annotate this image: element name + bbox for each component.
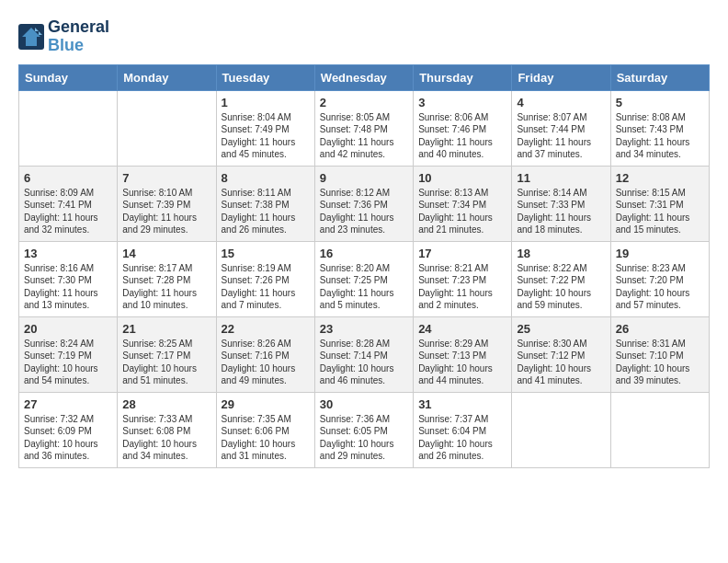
day-number: 20 <box>24 322 112 336</box>
logo-icon <box>18 24 44 50</box>
calendar-cell: 14Sunrise: 8:17 AM Sunset: 7:28 PM Dayli… <box>118 241 216 316</box>
day-number: 11 <box>517 171 605 185</box>
day-number: 30 <box>320 397 408 411</box>
cell-content: Sunrise: 8:21 AM Sunset: 7:23 PM Dayligh… <box>418 262 506 312</box>
week-row-5: 27Sunrise: 7:32 AM Sunset: 6:09 PM Dayli… <box>19 392 710 467</box>
day-number: 21 <box>122 322 210 336</box>
day-number: 4 <box>517 96 605 109</box>
day-number: 27 <box>24 397 112 411</box>
logo-text: General Blue <box>48 18 109 55</box>
day-number: 26 <box>616 322 704 336</box>
calendar-cell: 30Sunrise: 7:36 AM Sunset: 6:05 PM Dayli… <box>314 392 413 467</box>
cell-content: Sunrise: 7:33 AM Sunset: 6:08 PM Dayligh… <box>122 413 210 463</box>
cell-content: Sunrise: 8:19 AM Sunset: 7:26 PM Dayligh… <box>222 262 310 312</box>
calendar-cell <box>610 392 709 467</box>
cell-content: Sunrise: 8:08 AM Sunset: 7:43 PM Dayligh… <box>616 111 704 161</box>
logo: General Blue <box>18 18 109 55</box>
calendar-cell: 20Sunrise: 8:24 AM Sunset: 7:19 PM Dayli… <box>19 316 118 392</box>
calendar-cell: 17Sunrise: 8:21 AM Sunset: 7:23 PM Dayli… <box>414 241 512 316</box>
calendar-cell: 16Sunrise: 8:20 AM Sunset: 7:25 PM Dayli… <box>314 241 413 316</box>
cell-content: Sunrise: 8:06 AM Sunset: 7:46 PM Dayligh… <box>418 111 506 161</box>
cell-content: Sunrise: 8:28 AM Sunset: 7:14 PM Dayligh… <box>320 338 408 387</box>
calendar-cell: 2Sunrise: 8:05 AM Sunset: 7:48 PM Daylig… <box>314 90 413 166</box>
cell-content: Sunrise: 8:25 AM Sunset: 7:17 PM Dayligh… <box>122 338 210 387</box>
calendar-cell: 10Sunrise: 8:13 AM Sunset: 7:34 PM Dayli… <box>414 166 512 241</box>
header-cell-friday: Friday <box>512 64 610 90</box>
day-number: 3 <box>418 96 506 109</box>
day-number: 12 <box>616 171 704 185</box>
calendar-cell: 4Sunrise: 8:07 AM Sunset: 7:44 PM Daylig… <box>512 90 610 166</box>
day-number: 19 <box>616 247 704 260</box>
day-number: 16 <box>320 247 408 260</box>
cell-content: Sunrise: 8:05 AM Sunset: 7:48 PM Dayligh… <box>320 111 408 161</box>
cell-content: Sunrise: 8:24 AM Sunset: 7:19 PM Dayligh… <box>24 338 112 387</box>
calendar-table: SundayMondayTuesdayWednesdayThursdayFrid… <box>18 64 710 468</box>
day-number: 7 <box>122 171 210 185</box>
calendar-cell: 27Sunrise: 7:32 AM Sunset: 6:09 PM Dayli… <box>19 392 118 467</box>
calendar-cell: 11Sunrise: 8:14 AM Sunset: 7:33 PM Dayli… <box>512 166 610 241</box>
day-number: 23 <box>320 322 408 336</box>
day-number: 2 <box>320 96 408 109</box>
cell-content: Sunrise: 8:13 AM Sunset: 7:34 PM Dayligh… <box>418 187 506 236</box>
cell-content: Sunrise: 7:32 AM Sunset: 6:09 PM Dayligh… <box>24 413 112 463</box>
calendar-cell: 19Sunrise: 8:23 AM Sunset: 7:20 PM Dayli… <box>610 241 709 316</box>
calendar-cell: 15Sunrise: 8:19 AM Sunset: 7:26 PM Dayli… <box>216 241 314 316</box>
calendar-cell: 1Sunrise: 8:04 AM Sunset: 7:49 PM Daylig… <box>216 90 314 166</box>
week-row-1: 1Sunrise: 8:04 AM Sunset: 7:49 PM Daylig… <box>19 90 710 166</box>
day-number: 25 <box>517 322 605 336</box>
cell-content: Sunrise: 8:31 AM Sunset: 7:10 PM Dayligh… <box>616 338 704 387</box>
day-number: 17 <box>418 247 506 260</box>
calendar-cell: 5Sunrise: 8:08 AM Sunset: 7:43 PM Daylig… <box>610 90 709 166</box>
calendar-cell: 13Sunrise: 8:16 AM Sunset: 7:30 PM Dayli… <box>19 241 118 316</box>
header-cell-saturday: Saturday <box>610 64 709 90</box>
calendar-cell: 9Sunrise: 8:12 AM Sunset: 7:36 PM Daylig… <box>314 166 413 241</box>
cell-content: Sunrise: 7:35 AM Sunset: 6:06 PM Dayligh… <box>222 413 310 463</box>
cell-content: Sunrise: 8:26 AM Sunset: 7:16 PM Dayligh… <box>222 338 310 387</box>
calendar-cell: 21Sunrise: 8:25 AM Sunset: 7:17 PM Dayli… <box>118 316 216 392</box>
day-number: 18 <box>517 247 605 260</box>
cell-content: Sunrise: 8:04 AM Sunset: 7:49 PM Dayligh… <box>222 111 310 161</box>
day-number: 28 <box>122 397 210 411</box>
cell-content: Sunrise: 8:20 AM Sunset: 7:25 PM Dayligh… <box>320 262 408 312</box>
cell-content: Sunrise: 8:11 AM Sunset: 7:38 PM Dayligh… <box>222 187 310 236</box>
calendar-cell: 18Sunrise: 8:22 AM Sunset: 7:22 PM Dayli… <box>512 241 610 316</box>
calendar-cell: 23Sunrise: 8:28 AM Sunset: 7:14 PM Dayli… <box>314 316 413 392</box>
cell-content: Sunrise: 8:29 AM Sunset: 7:13 PM Dayligh… <box>418 338 506 387</box>
cell-content: Sunrise: 8:22 AM Sunset: 7:22 PM Dayligh… <box>517 262 605 312</box>
day-number: 8 <box>222 171 310 185</box>
week-row-2: 6Sunrise: 8:09 AM Sunset: 7:41 PM Daylig… <box>19 166 710 241</box>
cell-content: Sunrise: 8:16 AM Sunset: 7:30 PM Dayligh… <box>24 262 112 312</box>
cell-content: Sunrise: 8:17 AM Sunset: 7:28 PM Dayligh… <box>122 262 210 312</box>
calendar-cell: 26Sunrise: 8:31 AM Sunset: 7:10 PM Dayli… <box>610 316 709 392</box>
day-number: 5 <box>616 96 704 109</box>
calendar-cell: 12Sunrise: 8:15 AM Sunset: 7:31 PM Dayli… <box>610 166 709 241</box>
calendar-cell: 29Sunrise: 7:35 AM Sunset: 6:06 PM Dayli… <box>216 392 314 467</box>
cell-content: Sunrise: 8:10 AM Sunset: 7:39 PM Dayligh… <box>122 187 210 236</box>
calendar-cell: 28Sunrise: 7:33 AM Sunset: 6:08 PM Dayli… <box>118 392 216 467</box>
day-number: 13 <box>24 247 112 260</box>
calendar-cell: 3Sunrise: 8:06 AM Sunset: 7:46 PM Daylig… <box>414 90 512 166</box>
cell-content: Sunrise: 8:12 AM Sunset: 7:36 PM Dayligh… <box>320 187 408 236</box>
header-cell-monday: Monday <box>118 64 216 90</box>
calendar-cell: 8Sunrise: 8:11 AM Sunset: 7:38 PM Daylig… <box>216 166 314 241</box>
calendar-cell: 24Sunrise: 8:29 AM Sunset: 7:13 PM Dayli… <box>414 316 512 392</box>
day-number: 29 <box>222 397 310 411</box>
cell-content: Sunrise: 8:15 AM Sunset: 7:31 PM Dayligh… <box>616 187 704 236</box>
cell-content: Sunrise: 8:09 AM Sunset: 7:41 PM Dayligh… <box>24 187 112 236</box>
header-cell-sunday: Sunday <box>19 64 118 90</box>
header-cell-wednesday: Wednesday <box>314 64 413 90</box>
day-number: 22 <box>222 322 310 336</box>
day-number: 31 <box>418 397 506 411</box>
cell-content: Sunrise: 7:37 AM Sunset: 6:04 PM Dayligh… <box>418 413 506 463</box>
day-number: 10 <box>418 171 506 185</box>
week-row-3: 13Sunrise: 8:16 AM Sunset: 7:30 PM Dayli… <box>19 241 710 316</box>
cell-content: Sunrise: 8:07 AM Sunset: 7:44 PM Dayligh… <box>517 111 605 161</box>
calendar-cell: 7Sunrise: 8:10 AM Sunset: 7:39 PM Daylig… <box>118 166 216 241</box>
calendar-cell <box>512 392 610 467</box>
calendar-cell: 6Sunrise: 8:09 AM Sunset: 7:41 PM Daylig… <box>19 166 118 241</box>
calendar-cell <box>19 90 118 166</box>
cell-content: Sunrise: 8:14 AM Sunset: 7:33 PM Dayligh… <box>517 187 605 236</box>
week-row-4: 20Sunrise: 8:24 AM Sunset: 7:19 PM Dayli… <box>19 316 710 392</box>
header-row: SundayMondayTuesdayWednesdayThursdayFrid… <box>19 64 710 90</box>
cell-content: Sunrise: 7:36 AM Sunset: 6:05 PM Dayligh… <box>320 413 408 463</box>
